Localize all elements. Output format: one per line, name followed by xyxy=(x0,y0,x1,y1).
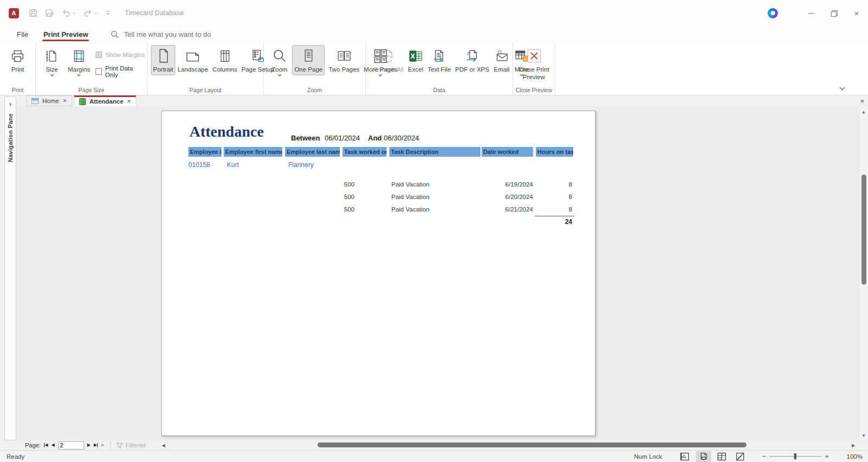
copilot-icon[interactable] xyxy=(768,8,778,18)
employee-last-name: Flannery xyxy=(288,161,314,169)
show-margins-checkbox[interactable]: Show Margins xyxy=(96,52,147,58)
report-page[interactable]: Attendance Between 06/01/2024 And 06/30/… xyxy=(161,111,595,436)
column-header: Task worked on xyxy=(343,147,387,157)
collapse-ribbon-button[interactable] xyxy=(839,87,845,91)
save-icon[interactable] xyxy=(29,9,37,17)
close-button[interactable]: × xyxy=(845,2,868,24)
ribbon-group-data: Refresh All X Excel Text File PDF or XPS… xyxy=(366,42,513,95)
zoom-slider-track[interactable] xyxy=(769,456,821,457)
navigation-pane-collapsed[interactable]: › Navigation Pane xyxy=(4,97,16,440)
between-label: Between xyxy=(291,134,320,142)
redo-icon[interactable] xyxy=(84,9,98,17)
ribbon-group-print: Print Print xyxy=(0,42,36,95)
window-controls: × xyxy=(768,2,868,24)
next-page-button[interactable]: ▶ xyxy=(87,443,91,447)
close-print-preview-button[interactable]: Close Print Preview xyxy=(516,45,553,83)
portrait-button[interactable]: Portrait xyxy=(151,45,175,75)
design-view-button[interactable] xyxy=(733,451,748,462)
ribbon-group-zoom: Zoom One Page Two Pages More Pages Zoom xyxy=(264,42,366,95)
access-window: A Timecard Database × File Print Preview… xyxy=(0,0,868,462)
excel-icon: X xyxy=(408,47,423,65)
checkbox-icon xyxy=(96,52,102,58)
layout-view-button[interactable] xyxy=(714,451,730,462)
ribbon-group-close-preview: Close Print Preview Close Preview xyxy=(513,42,555,95)
save-as-icon[interactable] xyxy=(45,9,54,17)
column-header: Employee id xyxy=(188,147,221,157)
page-size-checkboxes: Show Margins Print Data Only xyxy=(96,52,147,78)
horizontal-scrollbar-thumb[interactable] xyxy=(318,442,746,447)
size-button[interactable]: Size xyxy=(42,45,61,79)
column-header: Employee last name xyxy=(285,147,340,157)
vertical-scrollbar-thumb[interactable] xyxy=(861,175,866,285)
expand-navigation-pane-icon[interactable]: › xyxy=(9,100,11,108)
status-text: Ready xyxy=(7,453,24,460)
export-excel-button[interactable]: X Excel xyxy=(406,45,426,75)
tell-me-label: Tell me what you want to do xyxy=(124,30,211,39)
zoom-out-button[interactable]: − xyxy=(759,452,770,460)
undo-icon[interactable] xyxy=(62,9,76,17)
and-label: And xyxy=(368,134,382,142)
scroll-down-icon[interactable]: ▼ xyxy=(859,433,868,438)
margins-icon xyxy=(72,47,86,65)
two-pages-button[interactable]: Two Pages xyxy=(326,45,362,75)
margins-button[interactable]: Margins xyxy=(66,45,92,79)
tab-home-label: Home xyxy=(42,98,59,104)
print-data-only-checkbox[interactable]: Print Data Only xyxy=(96,65,147,78)
tab-file[interactable]: File xyxy=(9,26,36,42)
current-page-input[interactable] xyxy=(58,441,84,450)
window-title: Timecard Database xyxy=(125,9,184,17)
scroll-up-icon[interactable]: ▲ xyxy=(859,110,868,114)
print-preview-area: Attendance Between 06/01/2024 And 06/30/… xyxy=(16,106,868,440)
landscape-button[interactable]: Landscape xyxy=(175,45,210,75)
close-tab-icon[interactable]: × xyxy=(127,98,131,105)
restore-button[interactable] xyxy=(822,2,845,24)
email-button[interactable]: Email xyxy=(491,45,512,75)
report-title: Attendance xyxy=(189,123,264,140)
zoom-slider: − + xyxy=(759,452,832,460)
column-header: Employee first name xyxy=(224,147,282,157)
search-icon xyxy=(111,30,119,39)
zoom-in-button[interactable]: + xyxy=(821,452,832,460)
filter-indicator[interactable]: Filtered xyxy=(116,442,146,448)
one-page-button[interactable]: One Page xyxy=(292,45,325,75)
close-icon: × xyxy=(854,9,859,17)
checkbox-icon xyxy=(96,68,102,75)
refresh-all-button: Refresh All xyxy=(371,45,406,75)
pdf-xps-icon xyxy=(465,47,480,65)
zoom-level[interactable]: 100% xyxy=(838,453,863,460)
close-tab-icon[interactable]: × xyxy=(63,97,67,105)
report-view-button[interactable] xyxy=(677,451,693,462)
print-button[interactable]: Print xyxy=(8,45,27,75)
previous-page-button[interactable]: ◀ xyxy=(51,443,54,447)
home-table-icon xyxy=(31,98,39,104)
ribbon: Print Print Size Margins Show Margins xyxy=(0,42,868,95)
close-object-icon[interactable]: × xyxy=(860,97,864,105)
zoom-button[interactable]: Zoom xyxy=(269,45,289,79)
last-page-button[interactable]: ▶ xyxy=(94,443,98,447)
tell-me-search[interactable]: Tell me what you want to do xyxy=(111,30,211,39)
tab-home[interactable]: Home × xyxy=(26,95,72,106)
minimize-icon xyxy=(808,13,814,14)
export-pdf-xps-button[interactable]: PDF or XPS xyxy=(453,45,492,75)
start-date: 06/01/2024 xyxy=(325,134,360,142)
vertical-scrollbar[interactable]: ▲ ▼ xyxy=(859,106,868,440)
total-hours: 24 xyxy=(536,218,572,226)
columns-icon xyxy=(218,47,232,65)
column-header: Task Description xyxy=(389,147,480,157)
one-page-icon xyxy=(301,47,316,65)
scroll-right-icon[interactable]: ▶ xyxy=(852,443,855,448)
column-header: Date worked xyxy=(481,147,533,157)
customize-quick-access-icon[interactable] xyxy=(105,11,111,15)
tab-attendance[interactable]: Attendance × xyxy=(74,95,137,106)
access-app-icon: A xyxy=(9,8,19,18)
print-preview-view-button[interactable] xyxy=(696,451,711,462)
employee-first-name: Kurt xyxy=(227,161,239,169)
scroll-left-icon[interactable]: ◀ xyxy=(162,443,165,448)
minimize-button[interactable] xyxy=(800,2,822,24)
zoom-slider-thumb[interactable] xyxy=(794,453,796,459)
tab-print-preview[interactable]: Print Preview xyxy=(36,26,96,42)
columns-button[interactable]: Columns xyxy=(210,45,239,75)
first-page-button[interactable]: ◀ xyxy=(44,443,48,447)
export-text-file-button[interactable]: Text File xyxy=(426,45,453,75)
printer-icon xyxy=(10,47,25,65)
